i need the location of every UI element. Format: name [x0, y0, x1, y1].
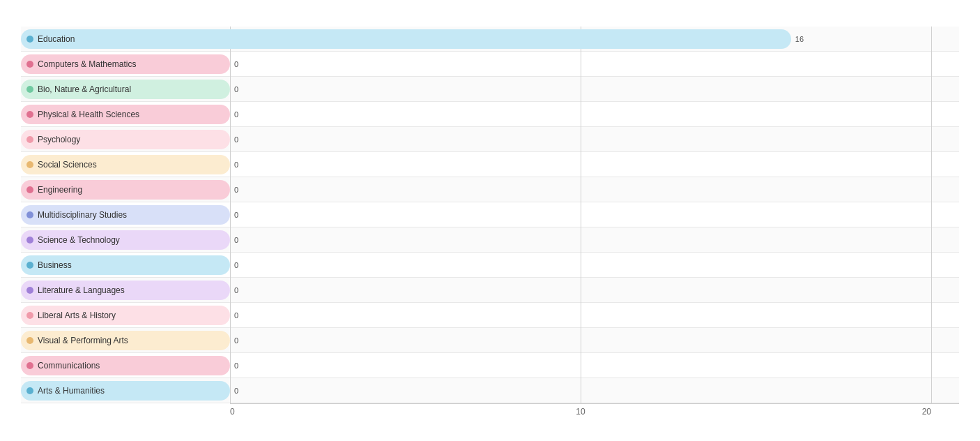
- bar-label-text: Literature & Languages: [38, 285, 125, 295]
- bar-row: Bio, Nature & Agricultural0: [21, 77, 959, 102]
- bar-dot: [26, 387, 33, 394]
- bar-row: Science & Technology0: [21, 227, 959, 253]
- bar-dot: [26, 61, 33, 68]
- bar-dot: [26, 136, 33, 143]
- bar-row: Visual & Performing Arts0: [21, 328, 959, 353]
- bar-dot: [26, 237, 33, 244]
- bar-dot: [26, 362, 33, 369]
- bar-row: Social Sciences0: [21, 152, 959, 177]
- bar-row: Literature & Languages0: [21, 278, 959, 303]
- chart-area: Education16Computers & Mathematics0Bio, …: [21, 27, 959, 403]
- bar-dot: [26, 337, 33, 344]
- bar-label: Physical & Health Sciences: [21, 105, 230, 124]
- bar-value-label: 0: [234, 60, 238, 68]
- bar-row: Computers & Mathematics0: [21, 52, 959, 77]
- bar-label: Arts & Humanities: [21, 381, 230, 401]
- bar-dot: [26, 86, 33, 93]
- bar-label-text: Bio, Nature & Agricultural: [38, 84, 131, 94]
- bar-label-text: Computers & Mathematics: [38, 59, 136, 69]
- bar-value-label: 0: [234, 110, 238, 119]
- bar-value-label: 0: [234, 236, 238, 244]
- bar-label: Science & Technology: [21, 230, 230, 250]
- bar-row: Liberal Arts & History0: [21, 303, 959, 328]
- bar-label-text: Multidisciplinary Studies: [38, 210, 127, 220]
- bar-dot: [26, 211, 33, 218]
- bar-dot: [26, 36, 33, 43]
- bar-label: Literature & Languages: [21, 281, 230, 300]
- page-wrapper: Education16Computers & Mathematics0Bio, …: [21, 14, 959, 421]
- bar-row: Arts & Humanities0: [21, 378, 959, 403]
- bar-label: Communications: [21, 356, 230, 375]
- bar-value-label: 0: [234, 286, 238, 294]
- bar-value-label: 0: [234, 186, 238, 194]
- bar-value-label: 0: [234, 361, 238, 370]
- bar-dot: [26, 161, 33, 168]
- bar-label: Engineering: [21, 180, 230, 200]
- bar-row: Engineering0: [21, 177, 959, 202]
- bar-dot: [26, 111, 33, 118]
- bar-label: Business: [21, 255, 230, 275]
- bar-value-label: 0: [234, 387, 238, 395]
- bar-value-label: 0: [234, 135, 238, 144]
- x-axis-label: 20: [922, 407, 931, 417]
- bar-label: Multidisciplinary Studies: [21, 205, 230, 225]
- bar-label: Education: [21, 29, 230, 49]
- bar-dot: [26, 287, 33, 294]
- bar-value-label: 0: [234, 261, 238, 269]
- x-axis-label: 10: [576, 407, 585, 417]
- bar-label: Visual & Performing Arts: [21, 331, 230, 350]
- bar-label-text: Liberal Arts & History: [38, 311, 116, 320]
- bar-label-text: Social Sciences: [38, 160, 97, 170]
- bar-label: Computers & Mathematics: [21, 54, 230, 74]
- bar-row: Psychology0: [21, 127, 959, 152]
- bar-dot: [26, 262, 33, 269]
- bar-value-label: 16: [795, 35, 804, 43]
- bar-label-text: Physical & Health Sciences: [38, 110, 139, 119]
- bar-label: Psychology: [21, 130, 230, 149]
- x-axis-label: 0: [230, 407, 235, 417]
- bar-row: Communications0: [21, 353, 959, 378]
- bar-value-label: 0: [234, 211, 238, 219]
- bar-value-label: 0: [234, 311, 238, 320]
- bar-row: Business0: [21, 253, 959, 278]
- bar-label-text: Communications: [38, 361, 100, 371]
- bar-label-text: Visual & Performing Arts: [38, 336, 128, 345]
- bar-value-label: 0: [234, 160, 238, 169]
- bar-label-text: Business: [38, 260, 72, 270]
- bar-label-text: Psychology: [38, 135, 80, 144]
- bar-label-text: Arts & Humanities: [38, 386, 105, 396]
- bar-label-text: Engineering: [38, 185, 82, 195]
- bar-dot: [26, 312, 33, 319]
- bar-label: Social Sciences: [21, 155, 230, 174]
- bar-row: Education16: [21, 27, 959, 52]
- bar-dot: [26, 186, 33, 193]
- bar-label-text: Science & Technology: [38, 235, 120, 245]
- bar-row: Physical & Health Sciences0: [21, 102, 959, 127]
- bar-label-text: Education: [38, 34, 75, 44]
- x-axis: 01020: [230, 403, 959, 421]
- bar-value-label: 0: [234, 85, 238, 94]
- bar-row: Multidisciplinary Studies0: [21, 202, 959, 227]
- bar-label: Liberal Arts & History: [21, 306, 230, 325]
- bar-value-label: 0: [234, 336, 238, 345]
- bar-label: Bio, Nature & Agricultural: [21, 80, 230, 99]
